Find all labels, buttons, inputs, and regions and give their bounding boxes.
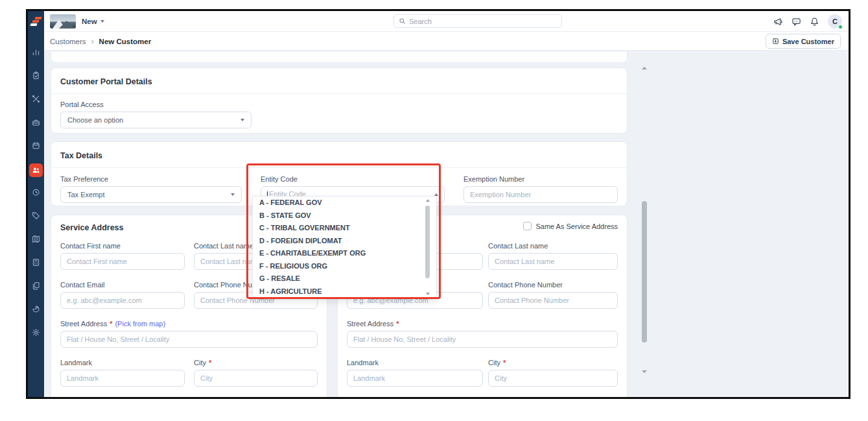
- entity-code-option[interactable]: E - CHARITABLE/EXEMPT ORG: [253, 247, 436, 260]
- app-window: New C Customers › New: [26, 9, 850, 399]
- customer-portal-details-card: Customer Portal Details Portal Access Ch…: [51, 67, 628, 134]
- search-icon: [399, 18, 406, 25]
- landmark-input[interactable]: [60, 370, 185, 387]
- sidebar: [28, 11, 44, 397]
- workspace-thumbnail[interactable]: [50, 14, 76, 29]
- entity-code-option[interactable]: I - INDUSTRIAL PROD/MANUFACTURERS: [253, 298, 436, 298]
- entity-code-option[interactable]: H - AGRICULTURE: [253, 285, 436, 298]
- bell-icon: [810, 17, 819, 27]
- map-icon: [32, 234, 40, 246]
- tax-preference-select[interactable]: Tax Exempt: [60, 186, 242, 203]
- search-input[interactable]: [409, 18, 557, 25]
- exemption-number-input[interactable]: [463, 186, 618, 203]
- tools-icon: [32, 94, 40, 106]
- page-scroll-down-icon[interactable]: [642, 373, 647, 385]
- bar-chart-icon: [32, 47, 40, 59]
- megaphone-icon: [773, 17, 783, 27]
- zuper-logo-icon[interactable]: [30, 17, 42, 27]
- sidebar-item-customers[interactable]: [28, 158, 44, 182]
- page-title: New Customer: [99, 38, 152, 45]
- sidebar-item-parts[interactable]: [28, 112, 44, 135]
- main-content: Customer Portal Details Portal Access Ch…: [44, 51, 849, 397]
- city-input[interactable]: [194, 370, 318, 387]
- sidebar-item-invoices[interactable]: [28, 252, 44, 275]
- notifications-button[interactable]: [810, 17, 819, 27]
- breadcrumb-separator: ›: [91, 37, 94, 46]
- breadcrumb-customers[interactable]: Customers: [50, 38, 86, 45]
- contact-first-name-label: Contact First name: [60, 242, 185, 250]
- checkbox-icon[interactable]: [523, 222, 532, 230]
- announcements-button[interactable]: [773, 17, 783, 27]
- landmark-label: Landmark: [60, 359, 185, 367]
- billing-city-input[interactable]: [488, 370, 618, 387]
- tax-section-title: Tax Details: [60, 151, 102, 160]
- clock-icon: [32, 187, 40, 199]
- gear-icon: [32, 328, 40, 339]
- required-asterisk: *: [209, 359, 211, 367]
- entity-code-option[interactable]: G - RESALE: [253, 272, 436, 285]
- chevron-down-icon: [231, 193, 235, 196]
- sidebar-item-schedule[interactable]: [28, 135, 44, 158]
- entity-code-dropdown: A - FEDERAL GOV B - STATE GOV C - TRIBAL…: [252, 196, 437, 298]
- chevron-down-icon: [100, 20, 104, 23]
- same-as-service-address-label: Same As Service Address: [535, 223, 618, 230]
- portal-access-select[interactable]: Choose an option: [60, 112, 252, 128]
- billing-contact-phone-input[interactable]: [488, 292, 618, 309]
- exemption-number-label: Exemption Number: [463, 175, 618, 183]
- billing-contact-last-name-label: Contact Last name: [488, 242, 618, 250]
- entity-code-option[interactable]: A - FEDERAL GOV: [253, 197, 436, 210]
- portal-access-label: Portal Access: [60, 101, 618, 108]
- breadcrumb: Customers › New Customer: [50, 32, 151, 51]
- sidebar-item-map[interactable]: [28, 228, 44, 252]
- sidebar-item-analytics[interactable]: [28, 42, 44, 65]
- sidebar-item-reports[interactable]: [28, 298, 44, 322]
- sidebar-item-jobs[interactable]: [28, 65, 44, 88]
- city-label: City: [194, 359, 206, 367]
- save-icon: [772, 38, 779, 45]
- contact-first-name-input[interactable]: [60, 253, 185, 270]
- sidebar-item-tags[interactable]: [28, 205, 44, 228]
- page-scrollbar[interactable]: [642, 201, 647, 343]
- tax-preference-label: Tax Preference: [60, 175, 242, 183]
- billing-landmark-input[interactable]: [347, 370, 483, 387]
- calendar-icon: [32, 141, 40, 152]
- required-asterisk: *: [110, 320, 112, 328]
- entity-code-option[interactable]: C - TRIBAL GOVERNMENT: [253, 222, 436, 235]
- workspace-switcher[interactable]: New: [82, 11, 104, 32]
- sidebar-nav: [28, 42, 44, 345]
- entity-code-dropdown-list: A - FEDERAL GOV B - STATE GOV C - TRIBAL…: [253, 197, 436, 298]
- sidebar-item-settings[interactable]: [28, 322, 44, 345]
- dropdown-scroll-up-icon[interactable]: [425, 199, 430, 202]
- entity-code-option[interactable]: D - FOREIGN DIPLOMAT: [253, 235, 436, 248]
- street-address-input[interactable]: [60, 331, 318, 348]
- dropdown-scrollbar[interactable]: [425, 206, 430, 278]
- entity-code-option[interactable]: F - RELIGIOUS ORG: [253, 260, 436, 273]
- entity-code-option[interactable]: B - STATE GOV: [253, 210, 436, 223]
- previous-section-card-bottom: [51, 52, 628, 63]
- sidebar-item-documents[interactable]: [28, 275, 44, 298]
- page-scroll-up-icon[interactable]: [642, 56, 647, 67]
- save-customer-button[interactable]: Save Customer: [766, 34, 841, 49]
- clipboard-icon: [32, 71, 40, 82]
- user-avatar[interactable]: C: [828, 14, 842, 29]
- chat-icon: [792, 17, 801, 27]
- contact-email-input[interactable]: [60, 292, 185, 309]
- billing-contact-last-name-input[interactable]: [488, 253, 618, 270]
- entity-code-label: Entity Code: [261, 175, 445, 183]
- pick-from-map-link[interactable]: (Pick from map): [115, 320, 165, 328]
- portal-section-title: Customer Portal Details: [60, 77, 152, 86]
- calculator-icon: [32, 258, 40, 269]
- billing-street-address-input[interactable]: [347, 331, 618, 348]
- avatar-initial: C: [832, 18, 838, 25]
- same-as-service-address-checkbox-row[interactable]: Same As Service Address: [523, 222, 618, 230]
- sidebar-item-timesheets[interactable]: [28, 182, 44, 205]
- sidebar-item-tools[interactable]: [28, 88, 44, 112]
- global-search: [393, 14, 562, 28]
- tag-icon: [32, 211, 40, 223]
- breadcrumb-bar: Customers › New Customer Save Customer: [44, 32, 849, 51]
- billing-contact-phone-label: Contact Phone Number: [488, 281, 618, 289]
- users-icon: [29, 163, 43, 177]
- messages-button[interactable]: [792, 17, 801, 27]
- dropdown-scroll-down-icon[interactable]: [425, 293, 430, 295]
- screenshot-stage: New C Customers › New: [0, 0, 868, 421]
